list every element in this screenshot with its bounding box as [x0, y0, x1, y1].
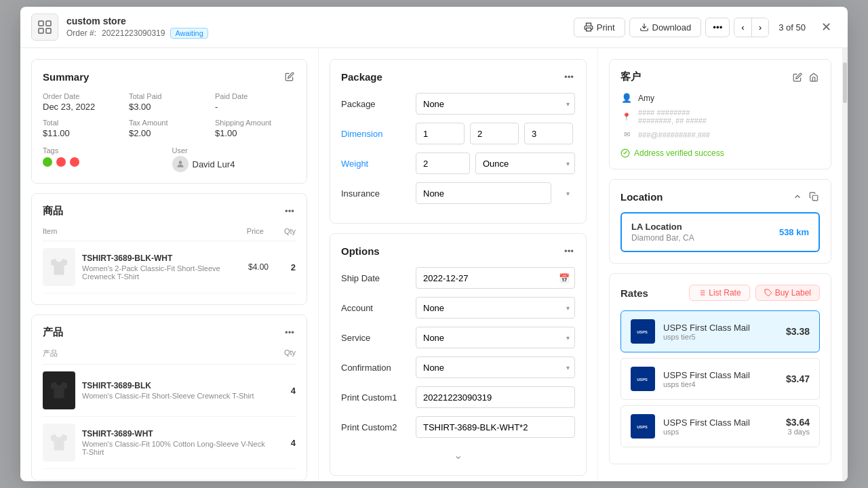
- dimension-3-input[interactable]: [524, 123, 573, 144]
- person-icon: 👤: [620, 93, 633, 103]
- dimension-inputs-wrap: [416, 123, 575, 144]
- package-select[interactable]: None: [416, 93, 575, 115]
- rate-item-3[interactable]: USPS USPS First Class Mail usps $3.64 3 …: [620, 405, 820, 447]
- right-column: 客户 👤 Amy: [598, 48, 842, 481]
- customer-name: Amy: [638, 94, 654, 103]
- item3-qty: 4: [275, 438, 296, 448]
- customer-home-button[interactable]: [808, 71, 820, 83]
- customer-edit-button[interactable]: [791, 71, 804, 83]
- rates-title: Rates: [620, 287, 648, 299]
- user-item: User David Lur4: [172, 146, 296, 172]
- rate-3-days: 3 days: [786, 428, 810, 436]
- item-image: [43, 248, 75, 286]
- print-custom2-input[interactable]: [416, 416, 575, 438]
- confirmation-select[interactable]: None: [416, 357, 575, 378]
- prev-button[interactable]: ‹: [734, 18, 751, 37]
- customer-title: 客户: [620, 70, 641, 83]
- download-button[interactable]: Download: [629, 18, 702, 37]
- ship-date-input[interactable]: [416, 267, 575, 289]
- list-icon: [698, 289, 706, 297]
- products2-table-header: 产品 Qty: [43, 348, 296, 365]
- customer-address-row: 📍 #### ######## ########, ## #####: [620, 108, 820, 125]
- service-select-wrap: None: [416, 327, 575, 348]
- tag-green: [43, 157, 52, 167]
- avatar: [172, 156, 189, 172]
- tag-red-1: [56, 157, 66, 167]
- summary-card-header: Summary: [43, 70, 296, 83]
- order-date-item: Order Date Dec 23, 2022: [43, 92, 123, 112]
- location-card: Location LA Location: [609, 179, 831, 264]
- location-icon: 📍: [620, 113, 633, 121]
- rates-card-header: Rates List Rate Buy Label: [620, 285, 820, 301]
- more-options-button[interactable]: •••: [705, 18, 730, 37]
- order-number-label: Order #:: [66, 28, 96, 38]
- summary-title: Summary: [43, 71, 89, 83]
- summary-edit-button[interactable]: [283, 70, 296, 83]
- service-select[interactable]: None: [416, 327, 575, 348]
- package-card: Package ••• Package None: [330, 59, 587, 224]
- service-row: Service None: [341, 327, 575, 348]
- products2-card: 产品 ••• 产品 Qty TSHIRT-368: [31, 314, 307, 481]
- item-sku: TSHIRT-3689-BLK-WHT: [82, 253, 228, 263]
- close-button[interactable]: ✕: [815, 16, 837, 38]
- order-line: Order #: 20221223090319 Awaiting: [66, 28, 566, 39]
- rate-item-2[interactable]: USPS USPS First Class Mail usps tier4 $3…: [620, 358, 820, 400]
- rate-3-sub: usps: [663, 428, 778, 436]
- location-title: Location: [620, 191, 663, 203]
- col-product-label: 产品: [43, 348, 58, 359]
- rate-3-price: $3.64: [786, 417, 810, 428]
- item2-info: TSHIRT-3689-BLK Women's Classic-Fit Shor…: [82, 381, 269, 400]
- summary-card: Summary Order Date Dec 23, 2022 Total Pa…: [31, 59, 307, 184]
- options-more-button[interactable]: •••: [563, 245, 575, 258]
- order-date-value: Dec 23, 2022: [43, 102, 95, 112]
- item-name: Women's 2-Pack Classic-Fit Short-Sleeve …: [82, 264, 228, 281]
- location-collapse-button[interactable]: [791, 190, 804, 203]
- scrollbar-thumb[interactable]: [843, 62, 847, 103]
- expand-button[interactable]: ⌄: [341, 446, 575, 464]
- svg-rect-0: [39, 21, 43, 26]
- copy-icon: [809, 192, 818, 201]
- print-custom2-label: Print Custom2: [341, 422, 416, 432]
- dimension-2-input[interactable]: [470, 123, 519, 144]
- print-custom2-row: Print Custom2: [341, 416, 575, 438]
- weight-unit-select[interactable]: Ounce: [475, 152, 575, 174]
- dimension-1-input[interactable]: [416, 123, 465, 144]
- summary-grid: Order Date Dec 23, 2022 Total Paid $3.00…: [43, 92, 296, 138]
- tax-amount-item: Tax Amount $2.00: [129, 119, 210, 138]
- rate-2-name: USPS First Class Mail: [663, 370, 778, 380]
- rate-2-sub: usps tier4: [663, 380, 778, 388]
- products-card: 商品 ••• Item Price Qty: [31, 193, 307, 305]
- rate-1-price: $3.38: [786, 326, 810, 337]
- location-info: LA Location Diamond Bar, CA: [631, 222, 694, 243]
- products2-more-button[interactable]: •••: [283, 326, 296, 339]
- order-date-label: Order Date: [43, 92, 123, 100]
- next-button[interactable]: ›: [752, 18, 768, 37]
- item3-info: TSHIRT-3689-WHT Women's Classic-Fit 100%…: [82, 429, 269, 456]
- products2-card-header: 产品 •••: [43, 326, 296, 339]
- ellipsis-icon: •••: [713, 22, 722, 33]
- middle-column: Package ••• Package None: [319, 48, 598, 481]
- rate-3-info: USPS First Class Mail usps: [663, 418, 778, 436]
- weight-input[interactable]: [416, 152, 470, 174]
- package-more-button[interactable]: •••: [563, 70, 575, 83]
- rate-1-sub: usps tier5: [663, 333, 778, 341]
- svg-text:USPS: USPS: [637, 330, 648, 334]
- account-select[interactable]: None: [416, 297, 575, 319]
- location-distance: 538 km: [779, 227, 809, 237]
- scrollbar-track[interactable]: [842, 48, 848, 481]
- insurance-select[interactable]: None: [416, 182, 551, 204]
- location-sub: Diamond Bar, CA: [631, 233, 694, 243]
- tags-label: Tags: [43, 146, 167, 155]
- location-copy-button[interactable]: [808, 190, 820, 203]
- rate-item-1[interactable]: USPS USPS First Class Mail usps tier5 $3…: [620, 310, 820, 352]
- buy-label-button[interactable]: Buy Label: [755, 285, 820, 301]
- products-more-button[interactable]: •••: [283, 205, 296, 218]
- item2-qty: 4: [275, 386, 296, 396]
- rate-1-name: USPS First Class Mail: [663, 323, 778, 333]
- location-item[interactable]: LA Location Diamond Bar, CA 538 km: [620, 212, 820, 252]
- print-icon: [584, 22, 593, 32]
- list-rate-button[interactable]: List Rate: [689, 285, 749, 301]
- print-button[interactable]: Print: [574, 18, 625, 37]
- user-label: User: [172, 146, 296, 155]
- print-custom1-input[interactable]: [416, 386, 575, 408]
